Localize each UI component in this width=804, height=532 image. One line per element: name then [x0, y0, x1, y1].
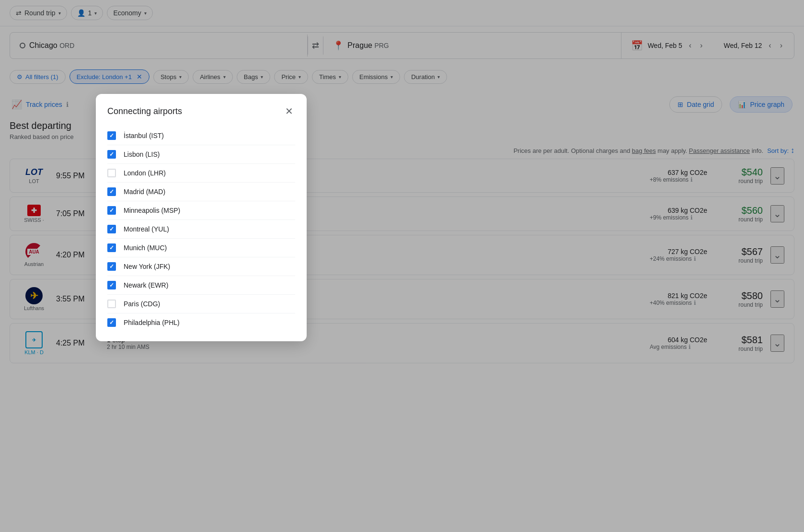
- airport-name: Minneapolis (MSP): [124, 207, 180, 214]
- check-icon: ✓: [109, 151, 114, 158]
- airport-checkbox[interactable]: ✓: [107, 262, 116, 271]
- airport-item[interactable]: ✓Montreal (YUL): [107, 220, 295, 239]
- airport-checkbox[interactable]: [107, 169, 116, 177]
- airport-checkbox[interactable]: ✓: [107, 281, 116, 289]
- airport-checkbox[interactable]: [107, 300, 116, 308]
- airport-checkbox[interactable]: ✓: [107, 131, 116, 140]
- airport-item[interactable]: ✓Minneapolis (MSP): [107, 201, 295, 220]
- airport-name: New York (JFK): [124, 263, 170, 270]
- airport-checkbox[interactable]: ✓: [107, 150, 116, 159]
- airport-checkbox[interactable]: ✓: [107, 206, 116, 215]
- airport-item[interactable]: ✓İstanbul (IST): [107, 127, 295, 145]
- airport-checkbox[interactable]: ✓: [107, 243, 116, 252]
- airport-name: Paris (CDG): [124, 300, 160, 308]
- airport-name: Madrid (MAD): [124, 188, 165, 196]
- airport-name: London (LHR): [124, 169, 166, 177]
- airport-checkbox[interactable]: ✓: [107, 225, 116, 233]
- airport-item[interactable]: ✓Newark (EWR): [107, 276, 295, 295]
- airport-item[interactable]: ✓Madrid (MAD): [107, 183, 295, 201]
- airport-item[interactable]: ✓Munich (MUC): [107, 239, 295, 257]
- airport-item[interactable]: ✓Lisbon (LIS): [107, 145, 295, 164]
- check-icon: ✓: [109, 263, 114, 270]
- airport-name: Philadelphia (PHL): [124, 319, 180, 326]
- modal-close-button[interactable]: ✕: [283, 104, 295, 119]
- airport-name: İstanbul (IST): [124, 132, 164, 139]
- airport-checkbox[interactable]: ✓: [107, 187, 116, 196]
- modal-title: Connecting airports: [107, 106, 182, 116]
- check-icon: ✓: [109, 319, 114, 326]
- connecting-airports-modal: Connecting airports ✕ ✓İstanbul (IST)✓Li…: [96, 94, 307, 341]
- check-icon: ✓: [109, 226, 114, 232]
- airport-name: Munich (MUC): [124, 244, 167, 252]
- airport-item[interactable]: Paris (CDG): [107, 295, 295, 313]
- airport-name: Newark (EWR): [124, 281, 168, 289]
- airport-name: Lisbon (LIS): [124, 150, 160, 158]
- airport-item[interactable]: ✓New York (JFK): [107, 257, 295, 276]
- check-icon: ✓: [109, 207, 114, 214]
- check-icon: ✓: [109, 132, 114, 139]
- airport-item[interactable]: ✓Philadelphia (PHL): [107, 313, 295, 332]
- airport-item[interactable]: London (LHR): [107, 164, 295, 183]
- check-icon: ✓: [109, 282, 114, 289]
- airport-checkbox[interactable]: ✓: [107, 318, 116, 327]
- airport-name: Montreal (YUL): [124, 225, 169, 233]
- modal-airport-list: ✓İstanbul (IST)✓Lisbon (LIS)London (LHR)…: [96, 127, 307, 341]
- check-icon: ✓: [109, 244, 114, 251]
- check-icon: ✓: [109, 188, 114, 195]
- modal-header: Connecting airports ✕: [96, 94, 307, 127]
